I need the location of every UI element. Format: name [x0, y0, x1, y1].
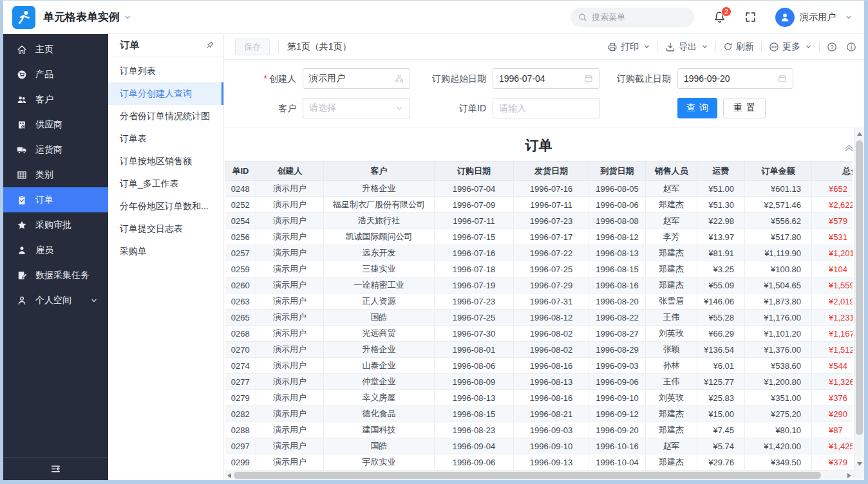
scroll-right-arrow[interactable]	[847, 473, 851, 478]
filter-panel: *创建人 订购起始日期 订购截止日期	[224, 60, 864, 127]
more-button[interactable]: 更多	[769, 41, 812, 53]
table-row[interactable]: 0277演示用户仲堂企业1996-08-091996-08-131996-09-…	[225, 374, 853, 390]
table-cell: 0263	[225, 293, 256, 310]
creator-input[interactable]	[309, 73, 391, 84]
submenu-item-5[interactable]: 订单_多工作表	[108, 172, 223, 195]
sidebar-item-datatask[interactable]: 数据采集任务	[3, 263, 108, 288]
scroll-left-arrow[interactable]	[227, 473, 231, 478]
table-row[interactable]: 0297演示用户国皓1996-09-041996-09-101996-10-16…	[225, 438, 853, 454]
table-row[interactable]: 0263演示用户正人资源1996-07-231996-07-311996-08-…	[225, 293, 853, 310]
reset-button[interactable]: 重置	[723, 98, 766, 118]
submenu-item-4[interactable]: 订单按地区销售额	[108, 150, 223, 172]
table-cell: 王伟	[646, 310, 697, 326]
table-cell: 德化食品	[324, 406, 435, 422]
org-tree-icon[interactable]	[395, 74, 404, 83]
end-date-field[interactable]	[677, 68, 793, 89]
customer-select[interactable]: 请选择	[303, 98, 410, 118]
chevron-down-icon	[90, 297, 98, 304]
table-row[interactable]: 0260演示用户一诠精密工业1996-07-191996-07-291996-0…	[225, 277, 853, 293]
help-button[interactable]: ?	[827, 42, 837, 52]
search-icon	[578, 13, 587, 22]
table-cell: 孙林	[646, 358, 697, 374]
sidebar-item-supplier[interactable]: 供应商	[3, 112, 108, 137]
export-button[interactable]: 导出	[665, 41, 708, 53]
scroll-up-arrow[interactable]	[857, 132, 862, 136]
user-menu[interactable]: 演示用户	[775, 8, 853, 27]
table-cell: 远东开发	[324, 245, 435, 261]
table-row[interactable]: 0299演示用户宇欣实业1996-09-061996-09-131996-10-…	[225, 454, 853, 470]
search-input[interactable]: 搜索菜单	[571, 8, 694, 27]
user-chevron-down-icon	[845, 14, 853, 21]
sidebar-item-personal[interactable]: 个人空间	[3, 288, 108, 313]
sidebar-item-shipper[interactable]: 运货商	[3, 137, 108, 162]
table-cell: ¥1,201	[812, 245, 853, 261]
table-cell: 1996-08-05	[589, 181, 646, 197]
submenu-item-7[interactable]: 订单提交日志表	[108, 218, 223, 240]
table-row[interactable]: 0248演示用户升格企业1996-07-041996-07-161996-08-…	[225, 181, 853, 197]
table-row[interactable]: 0288演示用户建国科技1996-08-231996-09-031996-09-…	[225, 422, 853, 438]
pin-icon[interactable]	[205, 41, 214, 50]
table-row[interactable]: 0252演示用户福星制衣厂股份有限公司1996-07-091996-07-111…	[225, 197, 853, 213]
submenu-list: 订单列表订单分创建人查询分省份订单情况统计图订单表订单按地区销售额订单_多工作表…	[108, 57, 223, 263]
table-cell: 1996-08-27	[589, 326, 646, 342]
column-header: 发货日期	[514, 162, 589, 181]
table-row[interactable]: 0257演示用户远东开发1996-07-161996-07-221996-08-…	[225, 245, 853, 261]
calendar-icon[interactable]	[584, 74, 593, 83]
sidebar-item-category[interactable]: 类别	[3, 162, 108, 187]
table-row[interactable]: 0259演示用户三捷实业1996-07-181996-07-251996-08-…	[225, 261, 853, 277]
creator-field[interactable]	[303, 68, 410, 89]
sidebar-item-product[interactable]: 产品	[3, 62, 108, 87]
table-cell: ¥87	[812, 422, 853, 438]
table-row[interactable]: 0265演示用户国皓1996-07-251996-08-121996-08-22…	[225, 310, 853, 326]
order-id-input[interactable]	[499, 103, 593, 113]
save-button[interactable]: 保存	[235, 39, 270, 55]
horizontal-scrollbar[interactable]	[225, 470, 854, 480]
scroll-down-arrow[interactable]	[857, 462, 862, 466]
fullscreen-icon[interactable]	[745, 12, 756, 23]
table-row[interactable]: 0279演示用户幸义房屋1996-08-131996-08-161996-09-…	[225, 390, 853, 406]
search-button[interactable]: 查询	[677, 98, 717, 118]
table-cell: 升格企业	[324, 342, 435, 358]
table-row[interactable]: 0268演示用户光远商贸1996-07-301996-08-021996-08-…	[225, 326, 853, 342]
table-cell: 1996-09-03	[589, 358, 646, 374]
sidebar-item-order[interactable]: 订单	[3, 187, 108, 212]
submenu-item-0[interactable]: 订单列表	[108, 60, 223, 82]
table-row[interactable]: 0282演示用户德化食品1996-08-151996-08-211996-09-…	[225, 406, 853, 422]
table-row[interactable]: 0254演示用户浩天旅行社1996-07-111996-07-231996-08…	[225, 213, 853, 229]
table-cell: 郑建杰	[646, 406, 697, 422]
calendar-icon[interactable]	[778, 74, 787, 83]
sidebar-item-approval[interactable]: 采购审批	[3, 212, 108, 237]
table-row[interactable]: 0256演示用户凯诚国际顾问公司1996-07-151996-07-171996…	[225, 229, 853, 245]
horizontal-scroll-thumb[interactable]	[234, 472, 821, 479]
submenu-item-6[interactable]: 分年份地区订单数和...	[108, 195, 223, 218]
table-row[interactable]: 0270演示用户升格企业1996-08-011996-08-021996-08-…	[225, 342, 853, 358]
start-date-input[interactable]	[499, 73, 580, 84]
submenu-item-8[interactable]: 采购单	[108, 240, 223, 263]
download-icon	[665, 42, 675, 52]
info-button[interactable]	[846, 42, 856, 52]
start-date-field[interactable]	[493, 68, 599, 89]
vertical-scrollbar[interactable]	[854, 128, 864, 480]
vertical-scroll-thumb[interactable]	[856, 140, 863, 435]
title-chevron-down-icon[interactable]	[124, 14, 131, 21]
table-cell: ¥22.98	[697, 213, 745, 229]
table-cell: 演示用户	[256, 358, 324, 374]
sidebar-item-label: 产品	[35, 69, 53, 80]
print-button[interactable]: 打印	[607, 41, 650, 53]
end-date-input[interactable]	[684, 73, 774, 84]
submenu-item-3[interactable]: 订单表	[108, 127, 223, 150]
sidebar: 主页产品客户供应商运货商类别订单采购审批雇员数据采集任务个人空间	[3, 34, 108, 480]
table-cell: 张颖	[646, 342, 697, 358]
submenu-item-1[interactable]: 订单分创建人查询	[108, 82, 223, 105]
sidebar-item-customer[interactable]: 客户	[3, 87, 108, 112]
order-id-field[interactable]	[493, 98, 599, 118]
table-cell: 演示用户	[256, 229, 324, 245]
sidebar-item-home[interactable]: 主页	[3, 37, 108, 62]
collapse-sidebar-icon[interactable]	[50, 463, 61, 474]
refresh-button[interactable]: 刷新	[723, 41, 754, 53]
app-logo[interactable]	[12, 6, 35, 29]
submenu-item-2[interactable]: 分省份订单情况统计图	[108, 105, 223, 127]
sidebar-item-employee[interactable]: 雇员	[3, 237, 108, 263]
notification-bell-icon[interactable]: 2	[713, 11, 726, 23]
table-row[interactable]: 0274演示用户山泰企业1996-08-061996-08-161996-09-…	[225, 358, 853, 374]
